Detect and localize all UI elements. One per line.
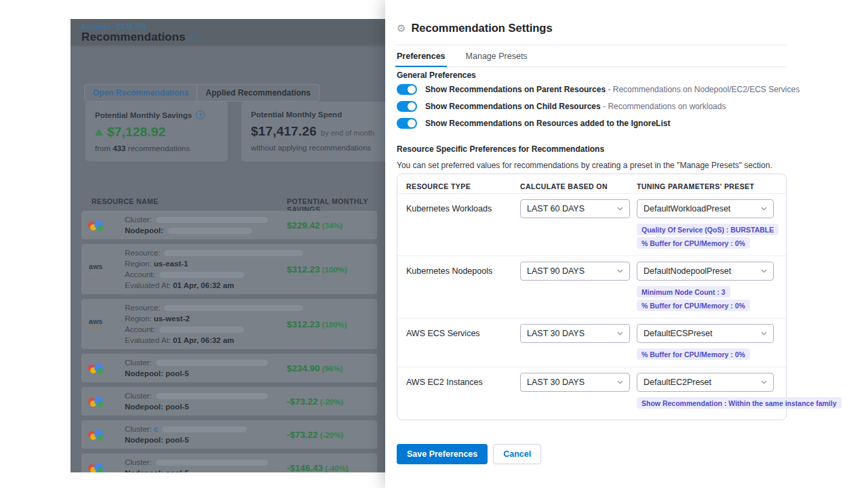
recommendations-list: Cluster:Nodepool:$229.42(34%)awsResource… [81,211,377,472]
resource-details: Cluster:Nodepool: pool-5 [125,390,268,412]
savings-card-value: $7,128.92 [107,125,165,140]
resource-pref-row: AWS ECS ServicesLAST 30 DAYSDefaultECSPr… [397,318,786,367]
savings-value: $312.23(100%) [287,318,347,330]
toggle-label: Show Recommendations on Resources added … [425,119,670,128]
recommendation-settings-drawer: ⚙ Recommendation Settings Preferences Ma… [385,0,868,488]
resource-prefs-card: RESOURCE TYPE CALCULATE BASED ON TUNING … [397,174,787,420]
general-preferences-heading: General Preferences [397,70,476,80]
calculate-based-on-select[interactable]: LAST 60 DAYS [520,199,630,218]
resource-pref-row: Kubernetes NodepoolsLAST 90 DAYSDefaultN… [397,256,786,318]
tab-manage-presets[interactable]: Manage Presets [465,49,529,66]
tab-open-recommendations[interactable]: Open Recommendations [85,85,197,101]
savings-card-label: Potential Monthly Savings [95,111,192,119]
toggle-label: Show Recommendations on Child Resources … [425,102,726,111]
recommendations-tabs: Open Recommendations Applied Recommendat… [84,84,319,102]
preset-badge: % Buffer for CPU/Memory : 0% [637,348,750,360]
resource-pref-row: Kubernetes WorkloadsLAST 60 DAYSDefaultW… [397,193,786,256]
col-resource-type: RESOURCE TYPE [406,182,520,190]
potential-monthly-spend-card: Potential Monthly Spend $17,417.26 by en… [241,102,385,161]
redacted-text [162,426,247,432]
chevron-down-icon [617,331,623,336]
page-body: Open Recommendations Applied Recommendat… [71,45,385,472]
toggle-switch[interactable] [397,84,417,95]
redacted-text [164,250,303,256]
redacted-text [164,305,303,311]
chevron-down-icon [617,269,623,273]
general-preferences-toggles: Show Recommendations on Parent Resources… [397,84,800,129]
redacted-text [159,272,244,278]
recommendation-row[interactable]: Cluster:Nodepool: pool-5-$73.22(-20%) [81,387,377,415]
gcp-icon [88,428,104,441]
settings-tabs: Preferences Manage Presets [395,49,786,67]
tuning-preset-select[interactable]: DefaultECSPreset [637,324,774,343]
info-icon[interactable]: i [190,33,199,42]
account-breadcrumb-link[interactable]: Account: CCM-NG [81,22,146,30]
resource-prefs-heading: Resource Specific Preferences for Recomm… [397,144,604,154]
chevron-down-icon [761,207,767,211]
spend-card-label: Potential Monthly Spend [251,110,342,119]
calculate-based-on-select[interactable]: LAST 30 DAYS [520,324,630,343]
page-header: Account: CCM-NG Recommendations i [71,19,385,45]
resource-prefs-header-row: RESOURCE TYPE CALCULATE BASED ON TUNING … [397,177,786,193]
toggle-switch[interactable] [397,118,417,129]
gcp-icon [88,219,104,231]
savings-value: $234.90(96%) [287,362,343,374]
cancel-button[interactable]: Cancel [493,444,541,464]
preset-badge: % Buffer for CPU/Memory : 0% [637,300,750,311]
savings-value: -$73.22(-20%) [287,395,343,407]
gcp-icon [88,462,104,472]
preference-toggle-row: Show Recommendations on Parent Resources… [397,84,800,95]
save-preferences-button[interactable]: Save Preferences [397,444,488,464]
resource-pref-row: AWS EC2 InstancesLAST 30 DAYSDefaultEC2P… [397,367,786,415]
recommendation-row[interactable]: Cluster:Nodepool: pool-5$234.90(96%) [81,354,377,382]
redacted-text [156,360,268,366]
title-divider [395,45,786,45]
tuning-preset-select[interactable]: DefaultEC2Preset [637,373,774,392]
preference-toggle-row: Show Recommendations on Child Resources … [397,101,800,112]
recommendations-page: Account: CCM-NG Recommendations i Open R… [71,19,385,472]
recommendation-row[interactable]: Cluster:Nodepool: pool-5-$146.43(-40%) [81,453,377,472]
redacted-text [159,327,244,333]
resource-details: Cluster:Nodepool: pool-5 [125,457,268,472]
tuning-preset-select[interactable]: DefaultNodepoolPreset [637,262,774,281]
redacted-text [167,228,252,234]
preset-badge: % Buffer for CPU/Memory : 0% [637,237,750,249]
resource-type-label: Kubernetes Nodepools [406,262,520,276]
savings-value: -$146.43(-40%) [287,462,349,472]
tab-applied-recommendations[interactable]: Applied Recommendations [197,85,319,101]
redacted-text [156,460,268,466]
gcp-icon [88,395,104,407]
recommendation-row[interactable]: awsResource:Region: us-west-2Account:Eva… [81,299,377,349]
savings-value: $229.42(34%) [287,219,343,231]
col-resource-name: RESOURCE NAME [92,197,159,205]
resource-details: Resource:Region: us-east-1Account:Evalua… [125,247,303,291]
toggle-switch[interactable] [397,101,417,112]
resource-details: Cluster:Nodepool: pool-5 [125,357,268,379]
resource-details: Resource:Region: us-west-2Account:Evalua… [125,302,303,346]
aws-icon: aws [88,318,104,330]
toggle-label: Show Recommendations on Parent Resources… [425,85,800,94]
resource-prefs-note: You can set preferred values for recomme… [397,161,772,170]
chevron-down-icon [761,380,767,384]
spend-card-sub: without applying recommendations [251,144,385,152]
spend-card-suffix: by end of month [321,129,374,137]
calculate-based-on-select[interactable]: LAST 30 DAYS [520,373,630,392]
preference-toggle-row: Show Recommendations on Resources added … [397,118,800,129]
recommendation-row[interactable]: Cluster: cNodepool: pool-5-$73.22(-20%) [81,420,377,449]
savings-up-icon [95,129,103,136]
preset-badge: Show Recommendation : Within the same in… [637,397,842,409]
preset-badge: Minimum Node Count : 3 [637,286,730,298]
chevron-down-icon [761,331,767,336]
aws-icon: aws [88,263,104,275]
chevron-down-icon [761,269,767,273]
recommendation-row[interactable]: Cluster:Nodepool:$229.42(34%) [81,211,377,239]
calculate-based-on-select[interactable]: LAST 90 DAYS [520,262,630,281]
potential-monthly-savings-card: Potential Monthly Savings ? $7,128.92 fr… [85,102,228,161]
savings-value: $312.23(100%) [287,263,347,275]
tuning-preset-select[interactable]: DefaultWorkloadPreset [637,199,774,218]
recommendation-row[interactable]: awsResource:Region: us-east-1Account:Eva… [81,244,377,294]
help-icon[interactable]: ? [196,110,205,119]
preset-badge: Quality Of Service (QoS) : BURSTABLE [637,224,778,235]
tab-preferences[interactable]: Preferences [395,49,447,67]
savings-value: -$73.22(-20%) [287,428,343,441]
